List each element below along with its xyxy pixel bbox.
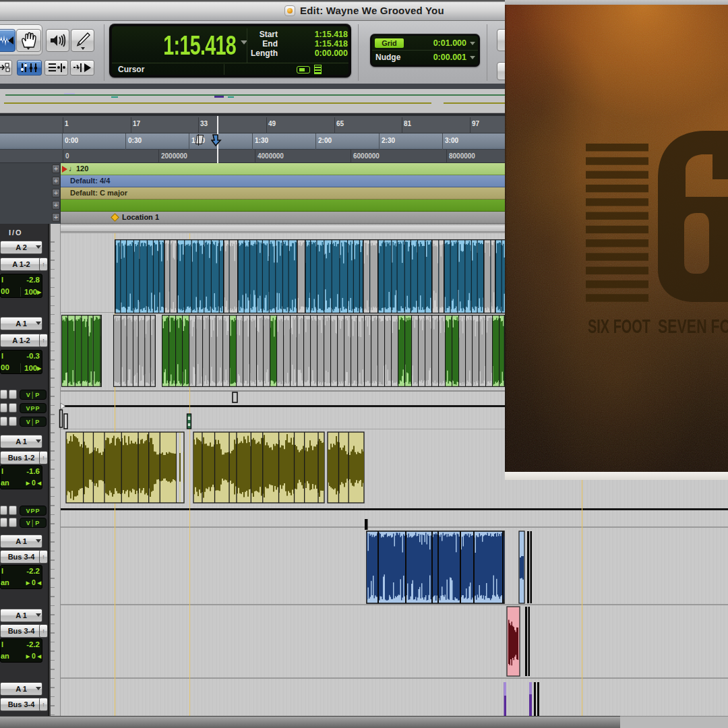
svg-text:SIX FOOT: SIX FOOT (588, 315, 650, 337)
svg-text:SEVEN FOO: SEVEN FOO (658, 315, 728, 337)
